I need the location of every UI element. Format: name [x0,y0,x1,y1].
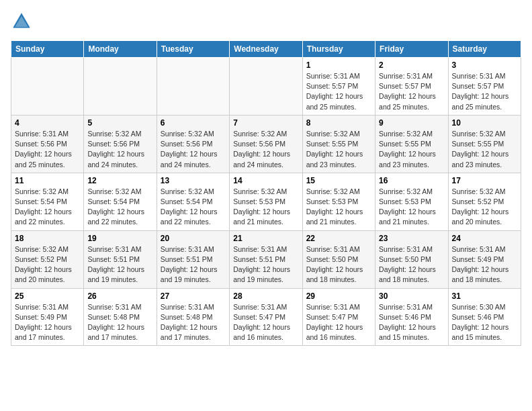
week-row-5: 25Sunrise: 5:31 AMSunset: 5:49 PMDayligh… [11,288,521,346]
header-tuesday: Tuesday [157,41,229,58]
day-cell: 19Sunrise: 5:31 AMSunset: 5:51 PMDayligh… [84,230,157,288]
day-number: 5 [87,118,152,128]
day-cell: 11Sunrise: 5:32 AMSunset: 5:54 PMDayligh… [11,173,84,230]
day-cell: 15Sunrise: 5:32 AMSunset: 5:53 PMDayligh… [302,173,375,230]
day-number: 27 [161,291,226,301]
week-row-2: 4Sunrise: 5:31 AMSunset: 5:56 PMDaylight… [11,115,521,173]
day-number: 3 [452,60,517,70]
day-cell: 4Sunrise: 5:31 AMSunset: 5:56 PMDaylight… [11,115,84,173]
header-wednesday: Wednesday [230,41,302,58]
day-number: 19 [87,234,152,243]
day-cell: 10Sunrise: 5:32 AMSunset: 5:55 PMDayligh… [448,115,521,173]
day-cell: 26Sunrise: 5:31 AMSunset: 5:48 PMDayligh… [84,288,157,346]
day-info: Sunrise: 5:32 AMSunset: 5:56 PMDaylight:… [161,129,226,170]
day-cell: 16Sunrise: 5:32 AMSunset: 5:53 PMDayligh… [375,173,448,230]
day-info: Sunrise: 5:32 AMSunset: 5:53 PMDaylight:… [379,187,444,228]
day-info: Sunrise: 5:31 AMSunset: 5:51 PMDaylight:… [87,244,152,285]
day-info: Sunrise: 5:31 AMSunset: 5:57 PMDaylight:… [379,71,444,112]
day-cell: 30Sunrise: 5:31 AMSunset: 5:46 PMDayligh… [375,288,448,346]
day-info: Sunrise: 5:31 AMSunset: 5:49 PMDaylight:… [15,302,80,343]
day-number: 24 [452,234,517,243]
day-cell [11,58,84,116]
day-info: Sunrise: 5:31 AMSunset: 5:48 PMDaylight:… [87,302,152,343]
day-number: 15 [306,176,371,185]
day-info: Sunrise: 5:32 AMSunset: 5:55 PMDaylight:… [452,129,517,170]
day-cell: 27Sunrise: 5:31 AMSunset: 5:48 PMDayligh… [157,288,229,346]
day-cell: 3Sunrise: 5:31 AMSunset: 5:57 PMDaylight… [448,58,521,116]
day-info: Sunrise: 5:31 AMSunset: 5:51 PMDaylight:… [233,244,298,285]
day-number: 1 [306,60,371,70]
day-number: 11 [15,176,80,185]
header-sunday: Sunday [11,41,84,58]
day-cell: 23Sunrise: 5:31 AMSunset: 5:50 PMDayligh… [375,230,448,288]
day-cell: 29Sunrise: 5:31 AMSunset: 5:47 PMDayligh… [302,288,375,346]
day-cell: 25Sunrise: 5:31 AMSunset: 5:49 PMDayligh… [11,288,84,346]
day-number: 30 [379,291,444,301]
day-info: Sunrise: 5:31 AMSunset: 5:57 PMDaylight:… [452,71,517,112]
day-cell: 9Sunrise: 5:32 AMSunset: 5:55 PMDaylight… [375,115,448,173]
day-info: Sunrise: 5:32 AMSunset: 5:54 PMDaylight:… [161,187,226,228]
header-saturday: Saturday [448,41,521,58]
week-row-1: 1Sunrise: 5:31 AMSunset: 5:57 PMDaylight… [11,58,521,116]
day-cell: 18Sunrise: 5:32 AMSunset: 5:52 PMDayligh… [11,230,84,288]
day-number: 6 [161,118,226,128]
day-number: 29 [306,291,371,301]
day-number: 28 [233,291,298,301]
header-thursday: Thursday [302,41,375,58]
day-cell: 31Sunrise: 5:30 AMSunset: 5:46 PMDayligh… [448,288,521,346]
day-info: Sunrise: 5:32 AMSunset: 5:56 PMDaylight:… [233,129,298,170]
day-number: 22 [306,234,371,243]
page-header [11,11,521,32]
day-cell: 17Sunrise: 5:32 AMSunset: 5:52 PMDayligh… [448,173,521,230]
day-number: 10 [452,118,517,128]
day-info: Sunrise: 5:31 AMSunset: 5:46 PMDaylight:… [379,302,444,343]
day-cell [157,58,229,116]
day-cell: 21Sunrise: 5:31 AMSunset: 5:51 PMDayligh… [230,230,302,288]
day-info: Sunrise: 5:32 AMSunset: 5:54 PMDaylight:… [87,187,152,228]
day-number: 16 [379,176,444,185]
day-number: 7 [233,118,298,128]
day-cell: 28Sunrise: 5:31 AMSunset: 5:47 PMDayligh… [230,288,302,346]
day-cell [230,58,302,116]
day-info: Sunrise: 5:32 AMSunset: 5:56 PMDaylight:… [87,129,152,170]
day-info: Sunrise: 5:31 AMSunset: 5:56 PMDaylight:… [15,129,80,170]
day-info: Sunrise: 5:31 AMSunset: 5:50 PMDaylight:… [379,244,444,285]
day-cell: 12Sunrise: 5:32 AMSunset: 5:54 PMDayligh… [84,173,157,230]
day-info: Sunrise: 5:31 AMSunset: 5:47 PMDaylight:… [306,302,371,343]
day-number: 25 [15,291,80,301]
day-info: Sunrise: 5:31 AMSunset: 5:47 PMDaylight:… [233,302,298,343]
day-number: 20 [161,234,226,243]
calendar: SundayMondayTuesdayWednesdayThursdayFrid… [11,40,521,346]
header-friday: Friday [375,41,448,58]
day-cell: 2Sunrise: 5:31 AMSunset: 5:57 PMDaylight… [375,58,448,116]
day-number: 13 [161,176,226,185]
day-number: 31 [452,291,517,301]
day-info: Sunrise: 5:32 AMSunset: 5:52 PMDaylight:… [452,187,517,228]
day-cell: 22Sunrise: 5:31 AMSunset: 5:50 PMDayligh… [302,230,375,288]
logo-icon [11,11,32,32]
day-cell: 1Sunrise: 5:31 AMSunset: 5:57 PMDaylight… [302,58,375,116]
day-cell: 6Sunrise: 5:32 AMSunset: 5:56 PMDaylight… [157,115,229,173]
week-row-4: 18Sunrise: 5:32 AMSunset: 5:52 PMDayligh… [11,230,521,288]
day-info: Sunrise: 5:31 AMSunset: 5:51 PMDaylight:… [161,244,226,285]
header-monday: Monday [84,41,157,58]
day-info: Sunrise: 5:32 AMSunset: 5:55 PMDaylight:… [379,129,444,170]
day-info: Sunrise: 5:31 AMSunset: 5:48 PMDaylight:… [161,302,226,343]
day-number: 4 [15,118,80,128]
day-cell: 8Sunrise: 5:32 AMSunset: 5:55 PMDaylight… [302,115,375,173]
day-info: Sunrise: 5:30 AMSunset: 5:46 PMDaylight:… [452,302,517,343]
day-info: Sunrise: 5:32 AMSunset: 5:54 PMDaylight:… [15,187,80,228]
day-number: 8 [306,118,371,128]
day-number: 2 [379,60,444,70]
day-number: 18 [15,234,80,243]
day-cell: 14Sunrise: 5:32 AMSunset: 5:53 PMDayligh… [230,173,302,230]
day-info: Sunrise: 5:31 AMSunset: 5:57 PMDaylight:… [306,71,371,112]
day-number: 21 [233,234,298,243]
day-number: 23 [379,234,444,243]
day-cell: 24Sunrise: 5:31 AMSunset: 5:49 PMDayligh… [448,230,521,288]
day-number: 12 [87,176,152,185]
day-cell: 20Sunrise: 5:31 AMSunset: 5:51 PMDayligh… [157,230,229,288]
day-info: Sunrise: 5:32 AMSunset: 5:55 PMDaylight:… [306,129,371,170]
day-number: 17 [452,176,517,185]
day-cell: 5Sunrise: 5:32 AMSunset: 5:56 PMDaylight… [84,115,157,173]
